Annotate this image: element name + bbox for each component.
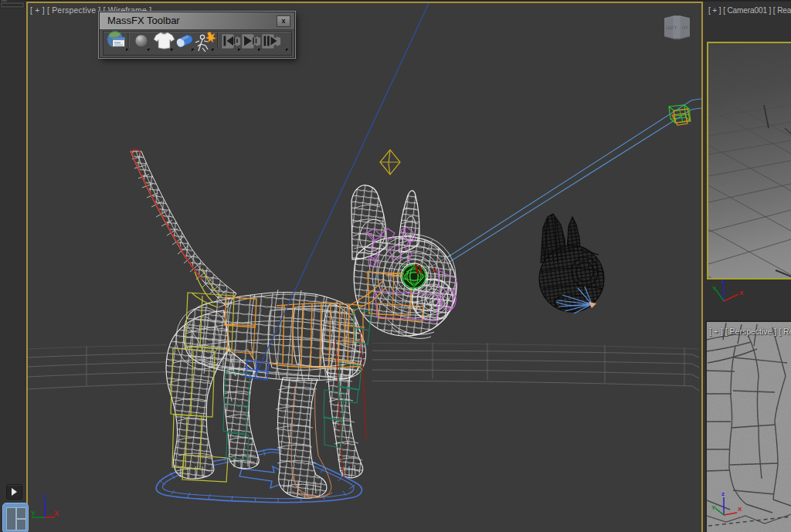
svg-text:X: X: [739, 290, 744, 296]
svg-text:z: z: [721, 490, 725, 497]
svg-text:z: z: [721, 278, 725, 285]
svg-text:X: X: [738, 506, 742, 513]
svg-text:Y: Y: [711, 504, 716, 511]
svg-text:Y: Y: [31, 510, 36, 517]
svg-text:Y: Y: [712, 285, 717, 292]
svg-text:NT: NT: [682, 25, 688, 30]
svg-text:z: z: [42, 493, 46, 500]
svg-text:LEFT: LEFT: [666, 25, 677, 30]
svg-text:X: X: [54, 510, 59, 517]
